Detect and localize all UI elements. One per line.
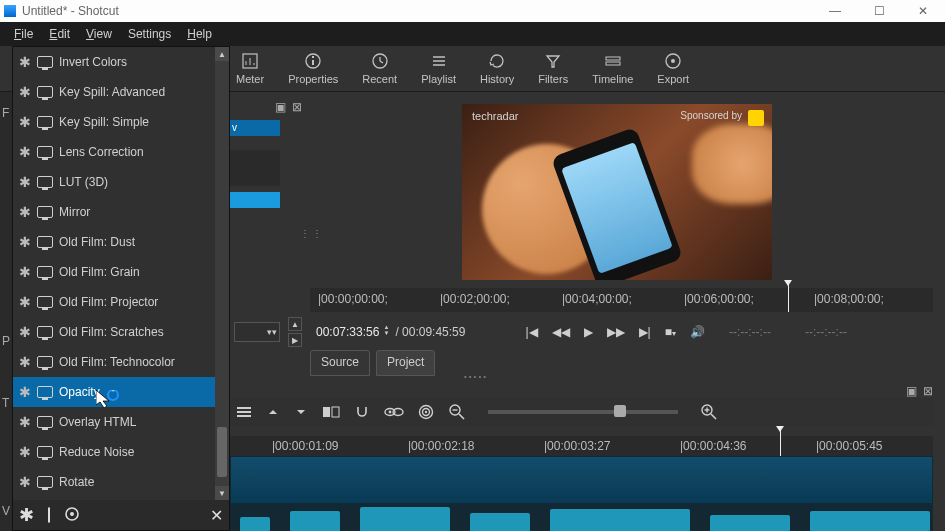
play-button[interactable]: ▶ [584, 325, 593, 339]
tab-source[interactable]: Source [310, 350, 370, 376]
filter-item[interactable]: ✱LUT (3D) [13, 167, 215, 197]
playlist-clip-b[interactable] [230, 192, 280, 208]
filter-item[interactable]: ✱Opacity [13, 377, 215, 407]
scroll-thumb[interactable] [217, 427, 227, 477]
favorite-category-icon[interactable]: ✱ [19, 504, 34, 526]
scroll-down-button[interactable]: ▼ [215, 486, 229, 500]
filter-item-label: LUT (3D) [59, 175, 108, 189]
rewind-button[interactable]: ◀◀ [552, 325, 570, 339]
zoom-dropdown[interactable]: ▾▾ [234, 322, 280, 342]
stop-button[interactable]: ■▾ [665, 325, 676, 339]
zoom-out-button[interactable] [448, 403, 466, 421]
filter-item[interactable]: ✱Key Spill: Advanced [13, 77, 215, 107]
video-category-icon[interactable] [48, 508, 50, 522]
snap-button[interactable] [354, 404, 370, 420]
step-right-button[interactable]: ▶ [288, 333, 302, 347]
zoom-slider[interactable] [488, 410, 678, 414]
panel-icon[interactable]: ▣ [275, 100, 286, 114]
video-filter-icon [37, 266, 53, 278]
filter-item[interactable]: ✱Old Film: Scratches [13, 317, 215, 347]
favorite-star-icon[interactable]: ✱ [19, 294, 31, 310]
minimize-button[interactable]: — [813, 0, 857, 22]
panel-close-icon[interactable]: ⊠ [292, 100, 302, 114]
playlist-clip-a[interactable]: v [230, 120, 280, 136]
menu-settings[interactable]: Settings [120, 24, 179, 44]
panel-icon[interactable]: ▣ [906, 384, 917, 398]
toolbar-meter[interactable]: Meter [224, 52, 276, 85]
favorite-star-icon[interactable]: ✱ [19, 264, 31, 280]
skip-end-button[interactable]: ▶| [639, 325, 651, 339]
timeline-video-clip[interactable] [230, 456, 933, 504]
toolbar-filters[interactable]: Filters [526, 52, 580, 85]
filter-scrollbar[interactable]: ▲ ▼ [215, 47, 229, 500]
filter-item[interactable]: ✱Key Spill: Simple [13, 107, 215, 137]
filter-item[interactable]: ✱Old Film: Projector [13, 287, 215, 317]
timeline-ruler[interactable]: |00:00:01:09 |00:00:02:18 |00:00:03:27 |… [230, 436, 933, 456]
timecode-spinner[interactable] [381, 324, 391, 340]
toolbar-timeline[interactable]: Timeline [580, 52, 645, 85]
menu-view[interactable]: View [78, 24, 120, 44]
append-button[interactable] [266, 405, 280, 419]
favorite-star-icon[interactable]: ✱ [19, 474, 31, 490]
overwrite-button[interactable] [322, 406, 340, 418]
tab-project[interactable]: Project [376, 350, 435, 376]
filter-item[interactable]: ✱Rotate [13, 467, 215, 497]
toolbar-playlist[interactable]: Playlist [409, 52, 468, 85]
favorite-star-icon[interactable]: ✱ [19, 324, 31, 340]
favorite-star-icon[interactable]: ✱ [19, 444, 31, 460]
video-preview[interactable]: techradar Sponsored by [462, 104, 772, 280]
grip-dots-icon[interactable]: ⋮⋮ [300, 228, 324, 239]
ruler-tick: |00:00:05:45 [816, 439, 883, 453]
video-filter-icon [37, 56, 53, 68]
current-timecode[interactable]: 00:07:33:56 [316, 325, 379, 339]
zoom-slider-knob[interactable] [614, 405, 626, 417]
close-filter-popup-button[interactable]: ✕ [210, 506, 223, 525]
preview-playhead[interactable] [788, 284, 789, 312]
favorite-star-icon[interactable]: ✱ [19, 114, 31, 130]
toolbar-recent[interactable]: Recent [350, 52, 409, 85]
insert-button[interactable] [294, 405, 308, 419]
scrub-button[interactable] [384, 405, 404, 419]
step-up-button[interactable]: ▲ [288, 317, 302, 331]
close-button[interactable]: ✕ [901, 0, 945, 22]
filter-item[interactable]: ✱Lens Correction [13, 137, 215, 167]
toolbar-export[interactable]: Export [645, 52, 701, 85]
timeline-menu-button[interactable] [236, 405, 252, 419]
favorite-star-icon[interactable]: ✱ [19, 384, 31, 400]
favorite-star-icon[interactable]: ✱ [19, 174, 31, 190]
filter-item[interactable]: ✱Old Film: Technocolor [13, 347, 215, 377]
video-filter-icon [37, 206, 53, 218]
timeline-audio-waveform[interactable] [230, 504, 933, 531]
preview-ruler[interactable]: |00:00;00:00; |00:02;00:00; |00:04;00:00… [310, 288, 933, 312]
menu-help[interactable]: Help [179, 24, 220, 44]
audio-category-icon[interactable] [64, 506, 80, 525]
favorite-star-icon[interactable]: ✱ [19, 54, 31, 70]
toolbar-properties[interactable]: Properties [276, 52, 350, 85]
favorite-star-icon[interactable]: ✱ [19, 144, 31, 160]
favorite-star-icon[interactable]: ✱ [19, 354, 31, 370]
filter-item[interactable]: ✱Reduce Noise [13, 437, 215, 467]
skip-start-button[interactable]: |◀ [525, 325, 537, 339]
favorite-star-icon[interactable]: ✱ [19, 234, 31, 250]
menu-edit[interactable]: Edit [41, 24, 78, 44]
timeline-track[interactable] [230, 456, 933, 531]
toolbar-history[interactable]: History [468, 52, 526, 85]
filter-item[interactable]: ✱Old Film: Grain [13, 257, 215, 287]
filter-item[interactable]: ✱Mirror [13, 197, 215, 227]
ripple-button[interactable] [418, 404, 434, 420]
filter-item[interactable]: ✱Old Film: Dust [13, 227, 215, 257]
favorite-star-icon[interactable]: ✱ [19, 84, 31, 100]
fast-forward-button[interactable]: ▶▶ [607, 325, 625, 339]
maximize-button[interactable]: ☐ [857, 0, 901, 22]
favorite-star-icon[interactable]: ✱ [19, 204, 31, 220]
scroll-up-button[interactable]: ▲ [215, 47, 229, 61]
volume-button[interactable]: 🔊 [690, 325, 705, 339]
svg-rect-6 [312, 56, 314, 58]
filter-item[interactable]: ✱Invert Colors [13, 47, 215, 77]
zoom-in-button[interactable] [700, 403, 718, 421]
video-filter-icon [37, 326, 53, 338]
favorite-star-icon[interactable]: ✱ [19, 414, 31, 430]
menu-file[interactable]: File [6, 24, 41, 44]
panel-close-icon[interactable]: ⊠ [923, 384, 933, 398]
filter-item[interactable]: ✱Overlay HTML [13, 407, 215, 437]
